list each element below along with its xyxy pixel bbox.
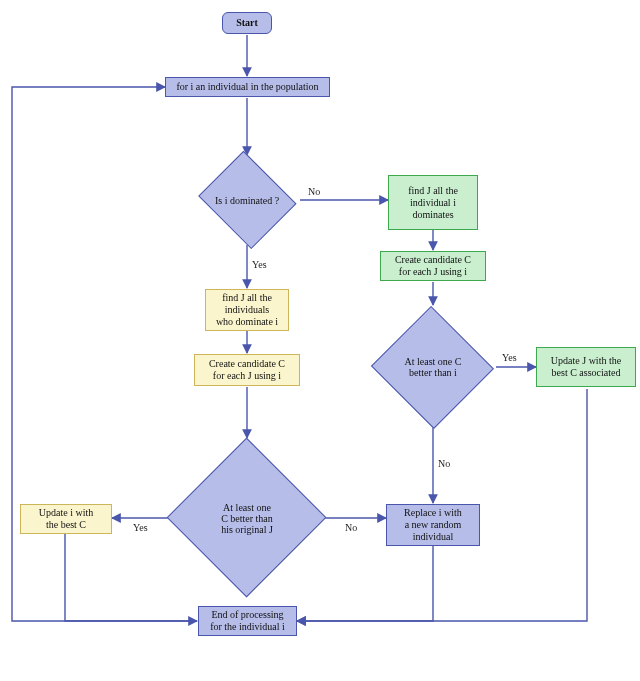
no-create-c-node: Create candidate C for each J using i — [380, 251, 486, 281]
decision-is-dominated-label: Is i dominated ? — [209, 195, 285, 206]
update-i-node: Update i with the best C — [20, 504, 112, 534]
edge-label-no-3: No — [345, 522, 357, 533]
loop-node: for i an individual in the population — [165, 77, 330, 97]
edge-label-yes-1: Yes — [252, 259, 267, 270]
replace-i-label: Replace i with a new random individual — [404, 507, 462, 543]
no-find-j-label: find J all the individual i dominates — [408, 185, 458, 221]
yes-find-j-node: find J all the individuals who dominate … — [205, 289, 289, 331]
edge-label-no-2: No — [438, 458, 450, 469]
no-find-j-node: find J all the individual i dominates — [388, 175, 478, 230]
edge-label-yes-2: Yes — [502, 352, 517, 363]
decision-better-than-i-label: At least one C better than i — [399, 356, 468, 378]
no-create-c-label: Create candidate C for each J using i — [395, 254, 471, 278]
update-j-label: Update J with the best C associated — [551, 355, 621, 379]
update-i-label: Update i with the best C — [39, 507, 93, 531]
loop-label: for i an individual in the population — [176, 81, 318, 93]
start-label: Start — [236, 17, 258, 29]
decision-better-than-orig-j: At least one C better than his original … — [167, 438, 327, 598]
start-node: Start — [222, 12, 272, 34]
end-node: End of processing for the individual i — [198, 606, 297, 636]
update-j-node: Update J with the best C associated — [536, 347, 636, 387]
edge-label-no-1: No — [308, 186, 320, 197]
edge-label-yes-3: Yes — [133, 522, 148, 533]
yes-find-j-label: find J all the individuals who dominate … — [216, 292, 278, 328]
decision-better-than-orig-j-label: At least one C better than his original … — [215, 502, 279, 535]
yes-create-c-label: Create candidate C for each J using i — [209, 358, 285, 382]
decision-better-than-i: At least one C better than i — [370, 307, 496, 427]
replace-i-node: Replace i with a new random individual — [386, 504, 480, 546]
decision-is-dominated: Is i dominated ? — [194, 155, 300, 245]
end-label: End of processing for the individual i — [210, 609, 285, 633]
yes-create-c-node: Create candidate C for each J using i — [194, 354, 300, 386]
